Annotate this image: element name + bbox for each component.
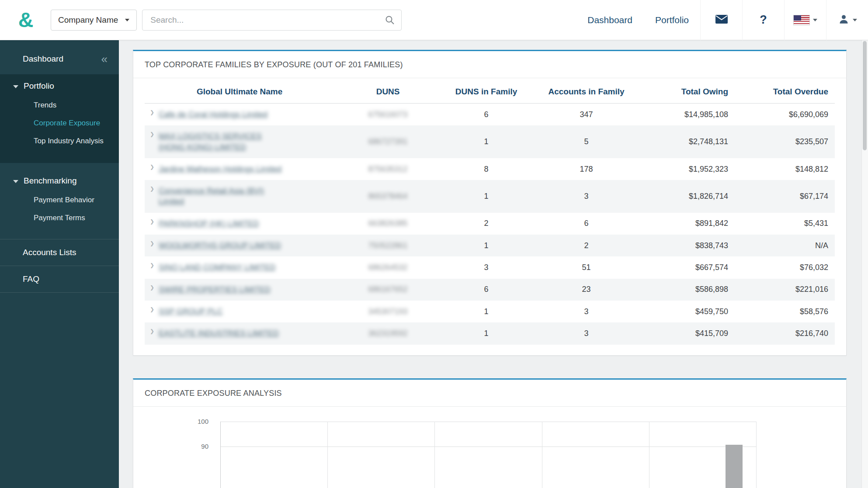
duns-in-family-value: 1 [441, 180, 531, 213]
gridline-horizontal-90 [220, 446, 756, 447]
total-overdue-value: N/A [735, 235, 835, 256]
table-row[interactable]: ❯Cafe de Coral Holdings Limited 67561607… [145, 104, 835, 126]
total-owing-value: $459,750 [642, 301, 735, 322]
help-icon: ? [760, 13, 767, 27]
sidebar-dashboard-label: Dashboard [23, 54, 63, 64]
sidebar-item-payment-terms[interactable]: Payment Terms [0, 209, 119, 227]
gridline-vertical [649, 422, 649, 488]
duns-in-family-value: 1 [441, 125, 531, 158]
sidebar-item-trends[interactable]: Trends [0, 96, 119, 114]
total-overdue-value: $221,016 [735, 279, 835, 301]
sidebar-item-dashboard[interactable]: Dashboard « [0, 40, 119, 74]
table-row[interactable]: ❯SINO LAND COMPANY LIMITED 686264532 3 5… [145, 256, 835, 278]
expand-row-icon[interactable]: ❯ [150, 164, 154, 170]
table-row[interactable]: ❯MAX LOGISTICS SERVICES (HONG KONG) LIMI… [145, 125, 835, 158]
duns-in-family-value: 3 [441, 256, 531, 278]
total-overdue-value: $148,812 [735, 158, 835, 180]
envelope-icon [715, 14, 728, 26]
col-accounts-in-family: Accounts in Family [531, 78, 642, 104]
y-axis-tick-90: 90 [182, 443, 208, 450]
expand-row-icon[interactable]: ❯ [150, 186, 154, 192]
sidebar-item-faq[interactable]: FAQ [0, 266, 119, 293]
sidebar-group-benchmarking: Benchmarking Payment Behavior Payment Te… [0, 163, 119, 227]
expand-row-icon[interactable]: ❯ [150, 240, 154, 246]
expand-row-icon[interactable]: ❯ [150, 218, 154, 225]
collapse-sidebar-icon[interactable]: « [101, 55, 108, 63]
company-name-link[interactable]: SINO LAND COMPANY LIMITED [159, 262, 275, 273]
company-name-link[interactable]: Jardine Matheson Holdings Limited [159, 164, 281, 174]
chevron-down-icon [813, 19, 817, 21]
search-input[interactable] [142, 15, 378, 25]
sidebar-item-benchmarking[interactable]: Benchmarking [0, 169, 119, 191]
duns-number: 663826385 [368, 219, 408, 228]
total-owing-value: $2,748,131 [642, 125, 735, 158]
total-overdue-value: $58,576 [735, 301, 835, 322]
sidebar-item-portfolio[interactable]: Portfolio [0, 74, 119, 96]
sidebar-item-top-industry-analysis[interactable]: Top Industry Analysis [0, 132, 119, 150]
col-duns: DUNS [334, 78, 441, 104]
language-selector[interactable] [784, 0, 826, 40]
expand-row-icon[interactable]: ❯ [150, 262, 154, 268]
top-families-card: TOP CORPORATE FAMILIES BY EXPOSURE (OUT … [133, 50, 847, 356]
total-owing-value: $415,709 [642, 322, 735, 344]
expand-row-icon[interactable]: ❯ [150, 109, 154, 115]
table-row[interactable]: ❯EASTLITE INDUSTRIES LIMITED 362319592 1… [145, 322, 835, 344]
nav-portfolio[interactable]: Portfolio [655, 15, 689, 25]
company-name-link[interactable]: SSP GROUP PLC [159, 306, 222, 317]
col-duns-in-family: DUNS in Family [441, 78, 531, 104]
gridline-vertical [434, 422, 435, 488]
chevron-down-icon [13, 85, 18, 88]
total-owing-value: $1,826,714 [642, 180, 735, 213]
scrollbar-thumb[interactable] [863, 41, 867, 150]
chart-plot-area [220, 422, 756, 488]
sidebar-item-corporate-exposure[interactable]: Corporate Exposure [0, 114, 119, 132]
table-row[interactable]: ❯Jardine Matheson Holdings Limited 87563… [145, 158, 835, 180]
user-icon [838, 13, 850, 27]
total-overdue-value: $216,740 [735, 322, 835, 344]
company-name-link[interactable]: WOOLWORTHS GROUP LIMITED [159, 240, 281, 251]
sidebar-item-accounts-lists[interactable]: Accounts Lists [0, 239, 119, 266]
table-row[interactable]: ❯SSP GROUP PLC 345307193 1 3 $459,750 $5… [145, 301, 835, 322]
expand-row-icon[interactable]: ❯ [150, 131, 154, 137]
table-row[interactable]: ❯WOOLWORTHS GROUP LIMITED 750522861 1 2 … [145, 235, 835, 256]
expand-row-icon[interactable]: ❯ [150, 306, 154, 312]
company-name-link[interactable]: EASTLITE INDUSTRIES LIMITED [159, 328, 279, 339]
accounts-in-family-value: 347 [531, 104, 642, 126]
table-row[interactable]: ❯PARKNSHOP (HK) LIMITED 663826385 2 6 $8… [145, 213, 835, 235]
duns-in-family-value: 1 [441, 322, 531, 344]
exposure-table-body: ❯Cafe de Coral Holdings Limited 67561607… [145, 104, 835, 345]
accounts-in-family-value: 3 [531, 180, 642, 213]
duns-number: 675616073 [368, 110, 408, 119]
gridline-vertical [327, 422, 328, 488]
total-owing-value: $586,898 [642, 279, 735, 301]
help-button[interactable]: ? [742, 0, 784, 40]
y-axis-tick-100: 100 [182, 418, 208, 425]
sidebar-item-payment-behavior[interactable]: Payment Behavior [0, 191, 119, 209]
duns-in-family-value: 6 [441, 104, 531, 126]
table-row[interactable]: ❯SWIRE PROPERTIES LIMITED 686167652 6 23… [145, 279, 835, 301]
chart-y-axis-line [220, 422, 221, 488]
account-menu[interactable] [826, 0, 868, 40]
exposure-analysis-card: CORPORATE EXPOSURE ANALYSIS 100 90 [133, 378, 847, 488]
total-overdue-value: $76,032 [735, 256, 835, 278]
company-name-link[interactable]: SWIRE PROPERTIES LIMITED [159, 284, 271, 295]
company-name-link[interactable]: Cafe de Coral Holdings Limited [159, 109, 267, 120]
expand-row-icon[interactable]: ❯ [150, 284, 154, 291]
company-name-dropdown[interactable]: Company Name [51, 10, 137, 31]
messages-button[interactable] [700, 0, 742, 40]
search-box [142, 10, 402, 31]
nav-dashboard[interactable]: Dashboard [587, 15, 632, 25]
company-name-link[interactable]: Convenience Retail Asia (BVI) Limited [159, 186, 290, 207]
search-icon[interactable] [378, 15, 401, 25]
total-overdue-value: $5,431 [735, 213, 835, 235]
total-overdue-value: $235,507 [735, 125, 835, 158]
top-families-table-wrap: Global Ultimate Name DUNS DUNS in Family… [133, 78, 846, 355]
company-dropdown-label: Company Name [58, 15, 118, 25]
table-row[interactable]: ❯Convenience Retail Asia (BVI) Limited 8… [145, 180, 835, 213]
company-name-link[interactable]: PARKNSHOP (HK) LIMITED [159, 218, 259, 229]
company-name-link[interactable]: MAX LOGISTICS SERVICES (HONG KONG) LIMIT… [159, 131, 290, 152]
dnb-logo: & [12, 10, 39, 31]
page-scrollbar[interactable] [861, 40, 868, 488]
gridline-horizontal-100 [220, 422, 756, 422]
expand-row-icon[interactable]: ❯ [150, 328, 154, 334]
